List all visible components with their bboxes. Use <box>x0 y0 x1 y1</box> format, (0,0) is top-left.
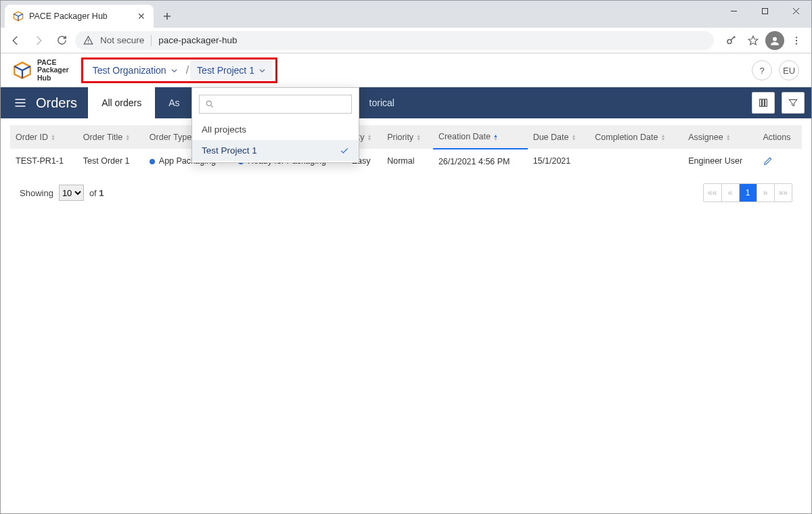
cell-actions <box>757 149 802 174</box>
browser-titlebar: PACE Packager Hub ✕ <box>1 1 811 28</box>
project-search-field[interactable] <box>215 99 346 110</box>
content-area: Order ID▲▼ Order Title▲▼ Order Type▲▼ St… <box>1 118 811 513</box>
svg-point-6 <box>727 39 731 43</box>
th-creation-date[interactable]: Creation Date▲▼ <box>433 125 528 149</box>
cell-assignee: Engineer User <box>683 149 757 174</box>
nav-bar: Orders All orders As torical <box>1 87 811 118</box>
chevron-down-icon <box>258 67 266 74</box>
project-option-selected[interactable]: Test Project 1 <box>192 140 359 161</box>
chevron-down-icon <box>171 67 178 74</box>
window-close-button[interactable] <box>780 1 811 21</box>
of-label: of <box>89 188 97 198</box>
total-count: 1 <box>99 188 104 198</box>
breadcrumb-separator: / <box>185 64 190 76</box>
nav-back-button[interactable] <box>6 31 25 50</box>
pagination: «« « 1 » »» <box>703 183 792 202</box>
breadcrumb-project-dropdown[interactable]: Test Project 1 <box>190 61 273 80</box>
app-header: PACE Packager Hub Test Organization / Te… <box>1 53 811 87</box>
sort-icon: ▲▼ <box>51 134 55 141</box>
logo-cube-icon <box>13 61 32 80</box>
profile-avatar-icon[interactable] <box>765 31 784 50</box>
check-icon <box>340 146 349 156</box>
cell-priority: Normal <box>382 149 433 174</box>
browser-tab-title: PACE Packager Hub <box>29 11 108 21</box>
cell-completion-date <box>589 149 683 174</box>
svg-point-7 <box>773 37 777 41</box>
cell-due-date: 15/1/2021 <box>528 149 590 174</box>
page-first-button[interactable]: «« <box>704 184 721 202</box>
nav-reload-button[interactable] <box>52 31 71 50</box>
table-row[interactable]: TEST-PR1-1 Test Order 1 App Packaging Re… <box>10 149 802 174</box>
filter-button[interactable] <box>782 92 805 114</box>
breadcrumb-organization-dropdown[interactable]: Test Organization <box>86 61 185 80</box>
nav-forward-button[interactable] <box>29 31 48 50</box>
security-label: Not secure <box>100 35 144 45</box>
page-next-button[interactable]: » <box>757 184 774 202</box>
cell-order-id: TEST-PR1-1 <box>10 149 78 174</box>
th-priority[interactable]: Priority▲▼ <box>382 125 433 149</box>
page-last-button[interactable]: »» <box>774 184 792 202</box>
new-tab-button[interactable] <box>158 7 177 26</box>
svg-point-10 <box>796 43 797 44</box>
page-number-current[interactable]: 1 <box>739 184 757 202</box>
browser-tab[interactable]: PACE Packager Hub ✕ <box>5 5 154 28</box>
edit-icon[interactable] <box>763 156 796 166</box>
showing-label: Showing <box>20 188 53 198</box>
th-actions: Actions <box>757 125 802 149</box>
cell-creation-date: 26/1/2021 4:56 PM <box>433 149 528 174</box>
page-prev-button[interactable]: « <box>721 184 739 202</box>
sort-icon: ▲▼ <box>726 134 731 141</box>
browser-toolbar: Not secure pace-packager-hub <box>1 28 811 53</box>
th-order-title[interactable]: Order Title▲▼ <box>78 125 144 149</box>
key-icon[interactable] <box>722 31 741 50</box>
svg-point-9 <box>796 39 797 41</box>
columns-button[interactable] <box>752 92 775 114</box>
table-footer: Showing 10 of 1 «« « 1 » »» <box>10 174 802 202</box>
orders-table: Order ID▲▼ Order Title▲▼ Order Type▲▼ St… <box>10 125 802 174</box>
tab-all-orders[interactable]: All orders <box>88 87 155 118</box>
sort-icon: ▲▼ <box>571 134 576 141</box>
th-order-id[interactable]: Order ID▲▼ <box>10 125 78 149</box>
svg-point-8 <box>796 37 797 38</box>
omnibox-divider <box>151 35 152 46</box>
url-text: pace-packager-hub <box>158 35 237 45</box>
app-logo[interactable]: PACE Packager Hub <box>13 59 69 81</box>
user-badge[interactable]: EU <box>779 60 799 80</box>
sort-asc-icon: ▲▼ <box>493 134 498 141</box>
page-size-select[interactable]: 10 <box>59 185 84 201</box>
breadcrumb-project-label: Test Project 1 <box>197 65 254 76</box>
svg-rect-15 <box>765 99 767 107</box>
help-button[interactable]: ? <box>752 60 772 80</box>
project-search-input[interactable] <box>199 95 352 114</box>
tab-assigned-fragment[interactable]: As <box>155 87 193 118</box>
browser-menu-icon[interactable] <box>787 31 806 50</box>
sort-icon: ▲▼ <box>367 134 371 141</box>
project-dropdown-popover: All projects Test Project 1 <box>191 87 359 163</box>
svg-line-17 <box>211 106 213 108</box>
sort-icon: ▲▼ <box>660 134 665 141</box>
tab-close-icon[interactable]: ✕ <box>137 11 145 22</box>
address-bar[interactable]: Not secure pace-packager-hub <box>75 31 714 50</box>
svg-point-5 <box>88 43 89 43</box>
sort-icon: ▲▼ <box>416 134 421 141</box>
window-minimize-button[interactable] <box>718 1 749 21</box>
favicon-icon <box>13 11 24 22</box>
th-due-date[interactable]: Due Date▲▼ <box>528 125 590 149</box>
project-option-all[interactable]: All projects <box>192 119 359 140</box>
th-assignee[interactable]: Assignee▲▼ <box>683 125 757 149</box>
cell-order-title: Test Order 1 <box>78 149 144 174</box>
menu-toggle-button[interactable] <box>7 87 33 118</box>
status-dot-icon <box>150 159 155 164</box>
svg-rect-14 <box>763 99 765 107</box>
bookmark-star-icon[interactable] <box>744 31 763 50</box>
th-completion-date[interactable]: Completion Date▲▼ <box>589 125 683 149</box>
svg-rect-3 <box>762 8 767 14</box>
not-secure-icon <box>83 35 93 45</box>
logo-text: PACE Packager Hub <box>37 59 69 81</box>
breadcrumb-org-label: Test Organization <box>93 65 166 76</box>
breadcrumb-highlighted: Test Organization / Test Project 1 <box>81 57 277 83</box>
sort-icon: ▲▼ <box>125 134 130 141</box>
nav-title: Orders <box>33 87 88 118</box>
window-maximize-button[interactable] <box>749 1 780 21</box>
project-option-label: Test Project 1 <box>202 145 257 156</box>
